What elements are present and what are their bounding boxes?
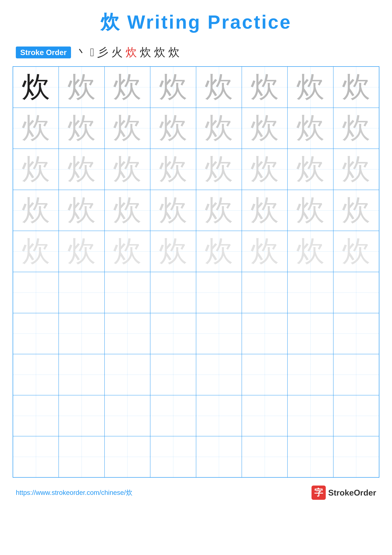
grid-cell[interactable]: 炊 [333,108,379,149]
grid-cell-empty[interactable] [105,313,150,354]
grid-cell[interactable]: 炊 [105,231,150,272]
grid-cell-empty[interactable] [59,436,104,477]
footer-url[interactable]: https://www.strokeorder.com/chinese/炊 [16,488,133,497]
grid-cell-empty[interactable] [333,313,379,354]
grid-cell-empty[interactable] [287,395,333,436]
grid-cell[interactable]: 炊 [59,149,104,190]
grid-cell-empty[interactable] [333,395,379,436]
grid-cell[interactable]: 炊 [105,108,150,149]
practice-char: 炊 [296,196,325,225]
grid-cell-empty[interactable] [242,436,287,477]
grid-cell-empty[interactable] [242,395,287,436]
grid-cell[interactable]: 炊 [150,108,196,149]
grid-cell-empty[interactable] [287,313,333,354]
grid-cell-empty[interactable] [287,354,333,395]
practice-char: 炊 [205,237,233,266]
grid-cell[interactable]: 炊 [196,67,242,108]
grid-cell[interactable]: 炊 [59,108,104,149]
practice-char: 炊 [250,114,279,142]
grid-cell[interactable]: 炊 [13,190,59,231]
grid-cell[interactable]: 炊 [287,108,333,149]
grid-cell-empty[interactable] [333,436,379,477]
practice-char: 炊 [342,237,370,266]
grid-cell[interactable]: 炊 [13,149,59,190]
grid-cell-empty[interactable] [13,436,59,477]
grid-cell-empty[interactable] [196,313,242,354]
grid-cell[interactable]: 炊 [242,190,287,231]
grid-cell-empty[interactable] [333,272,379,313]
grid-cell[interactable]: 炊 [333,231,379,272]
grid-cell-empty[interactable] [13,354,59,395]
grid-cell[interactable]: 炊 [287,231,333,272]
grid-cell-empty[interactable] [105,395,150,436]
grid-cell-empty[interactable] [196,436,242,477]
grid-cell-empty[interactable] [287,272,333,313]
grid-cell-empty[interactable] [150,436,196,477]
practice-char: 炊 [22,237,50,266]
grid-cell[interactable]: 炊 [333,190,379,231]
grid-cell-empty[interactable] [105,272,150,313]
grid-cell-empty[interactable] [242,313,287,354]
grid-cell[interactable]: 炊 [150,67,196,108]
grid-cell-empty[interactable] [150,272,196,313]
practice-char: 炊 [205,196,233,225]
grid-cell-empty[interactable] [59,395,104,436]
grid-cell-empty[interactable] [196,272,242,313]
practice-char: 炊 [250,196,279,225]
logo-name: StrokeOrder [328,488,376,497]
grid-cell-empty[interactable] [13,313,59,354]
grid-cell-empty[interactable] [333,354,379,395]
stroke-3: 彡 [97,45,108,60]
grid-cell-empty[interactable] [150,313,196,354]
grid-cell-empty[interactable] [196,354,242,395]
stroke-8: 炊 [168,45,180,60]
grid-cell[interactable]: 炊 [333,67,379,108]
grid-cell[interactable]: 炊 [105,149,150,190]
grid-cell-empty[interactable] [242,272,287,313]
practice-char: 炊 [342,114,370,142]
practice-char: 炊 [342,73,370,102]
grid-cell-empty[interactable] [150,354,196,395]
grid-cell-empty[interactable] [59,354,104,395]
grid-cell[interactable]: 炊 [333,149,379,190]
practice-char: 炊 [113,114,142,142]
grid-cell[interactable]: 炊 [59,231,104,272]
grid-cell-empty[interactable] [150,395,196,436]
grid-cell[interactable]: 炊 [105,67,150,108]
grid-cell[interactable]: 炊 [150,231,196,272]
grid-cell[interactable]: 炊 [150,149,196,190]
grid-cell-empty[interactable] [105,436,150,477]
practice-char: 炊 [205,114,233,142]
grid-cell-empty[interactable] [13,272,59,313]
grid-cell[interactable]: 炊 [59,190,104,231]
grid-cell[interactable]: 炊 [196,108,242,149]
practice-char: 炊 [113,196,142,225]
grid-cell[interactable]: 炊 [59,67,104,108]
grid-cell-empty[interactable] [287,436,333,477]
grid-cell[interactable]: 炊 [105,190,150,231]
grid-cell-empty[interactable] [59,313,104,354]
practice-grid: 炊 炊 炊 炊 炊 炊 炊 炊 炊 炊 炊 炊 炊 炊 炊 炊 [13,66,379,478]
grid-cell[interactable]: 炊 [13,108,59,149]
grid-cell-empty[interactable] [242,354,287,395]
grid-cell[interactable]: 炊 [287,149,333,190]
grid-cell[interactable]: 炊 [287,190,333,231]
grid-cell[interactable]: 炊 [242,108,287,149]
grid-cell[interactable]: 炊 [196,231,242,272]
grid-cell[interactable]: 炊 [287,67,333,108]
grid-cell[interactable]: 炊 [150,190,196,231]
grid-cell[interactable]: 炊 [196,190,242,231]
grid-cell-empty[interactable] [13,395,59,436]
grid-cell-empty[interactable] [59,272,104,313]
stroke-order-row: Stroke Order 丶 𠂆 彡 火 炊 炊 炊 炊 [13,45,379,60]
grid-cell[interactable]: 炊 [242,231,287,272]
grid-cell[interactable]: 炊 [242,67,287,108]
grid-cell[interactable]: 炊 [196,149,242,190]
grid-cell[interactable]: 炊 [13,67,59,108]
grid-cell[interactable]: 炊 [13,231,59,272]
grid-cell[interactable]: 炊 [242,149,287,190]
grid-cell-empty[interactable] [196,395,242,436]
practice-char: 炊 [205,73,233,102]
grid-cell-empty[interactable] [105,354,150,395]
practice-char: 炊 [113,155,142,183]
